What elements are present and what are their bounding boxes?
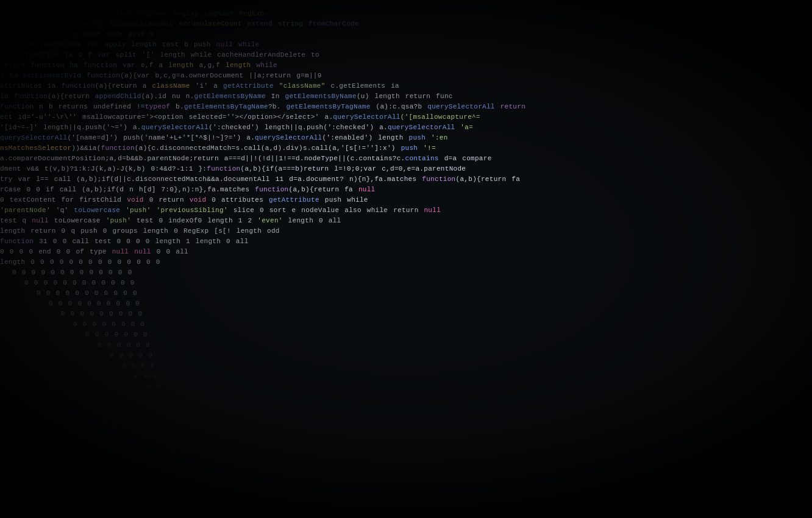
code-line: 0 0 0 0 0 0 0 0 0 0 0 0 <box>24 279 135 288</box>
code-canvas: RegExp forEach tagName RegExp tagName Re… <box>0 0 812 518</box>
code-line: 0 0 0 0 0 0 0 0 0 0 0 <box>37 289 137 299</box>
code-line: msMatchesSelector))&&ia(function(a){c.di… <box>0 144 436 154</box>
code-line: test q null toLowercase 'push' test 0 in… <box>0 216 341 226</box>
code-line: 0 0 0 0 0 0 0 0 <box>73 320 145 330</box>
code-lines: RegExp forEach tagName RegExp tagName Re… <box>0 0 812 518</box>
code-line: '[id~=-]' length||q.push('~=') a.querySe… <box>0 123 473 133</box>
code-line: 0 0 0 0 0 <box>110 351 152 361</box>
code-line: 1 ha.getElementById function(a){var b,c,… <box>0 71 322 81</box>
code-line: 0 0 <box>146 382 160 392</box>
code-line: try var l== call (a,b);if(d||c.disconnec… <box>0 175 520 185</box>
code-line: null function ja s f var split '[' lengt… <box>3 51 319 60</box>
code-line: return function ha function var e,f a le… <box>0 61 277 71</box>
code-line: 0 0 0 0 <box>122 361 155 371</box>
code-line: 'parentNode' 'q' toLowercase 'push' 'pre… <box>0 206 441 216</box>
code-line: attributes ia function(a){return a class… <box>0 82 399 91</box>
code-line: a.compareDocumentPosition;a,d=b&&b.paren… <box>0 154 492 164</box>
code-line: ect id='-u''-\r\'' msallowcapture='><opt… <box>0 113 480 122</box>
code-line: 0 textContent for firstChild void 0 retu… <box>0 196 368 205</box>
code-line: function 31 0 0 call test 0 0 0 0 length… <box>0 237 249 247</box>
code-line: 0 0 0 <box>134 372 158 381</box>
code-line: ia function(a){return appendChild(a).id … <box>0 92 453 102</box>
code-line: 0 0 0 0 0 0 <box>98 341 150 350</box>
code-line: 0 0 0 0 0 0 0 0 0 <box>61 310 142 319</box>
code-line: i ii jj a node mode push 0 <box>37 30 154 40</box>
code-line: 0 0 0 0 0 0 0 <box>85 330 148 340</box>
code-line: length 0 0 0 0 0 0 0 0 0 0 0 0 0 0 <box>0 258 160 268</box>
code-line: 0 <box>158 392 163 402</box>
code-line: querySelectorAll('[name=d]') push('name'… <box>0 133 448 143</box>
code-line: rCase 0 0 if call (a,b);if(d n h[d] 7:0}… <box>0 185 376 195</box>
code-line: 0 0 0 0 0 0 0 0 0 0 <box>49 299 140 309</box>
code-line: dment v&& t(v,b)?1:k:J(k,a)-J(k,b) 0:4&d… <box>0 165 466 174</box>
code-line: dfn[id] apply AccumulateCount Accumulate… <box>49 20 359 29</box>
code-line: length return 0 q push 0 groups length 0… <box>0 227 280 236</box>
code-line: 0 0 0 0 end 0 0 of type null null 0 0 al… <box>0 247 188 257</box>
code-line: RegExp forEach tagName RegExp tagName Re… <box>73 9 265 19</box>
code-line: functionOptions var apply length test b … <box>18 40 260 50</box>
code-line: function n b returns undefined !=typeof … <box>0 102 525 112</box>
code-line: 0 0 0 0 0 0 0 0 0 0 0 0 0 <box>12 268 132 278</box>
